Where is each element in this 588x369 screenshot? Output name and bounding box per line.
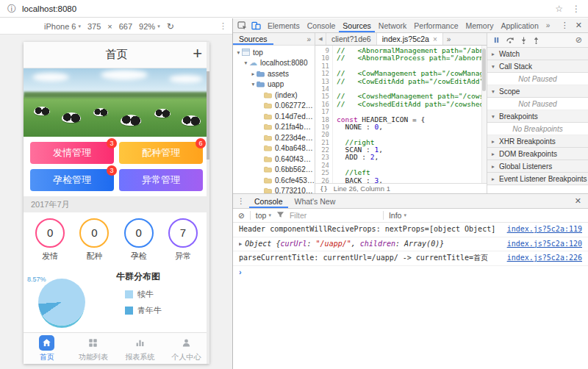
line-number[interactable]: 14 — [315, 85, 329, 93]
device-height-field[interactable]: 667 — [119, 22, 132, 31]
tree-item-index[interactable]: (index) — [233, 90, 315, 101]
device-toolbar-toggle-icon[interactable] — [250, 21, 262, 30]
app-button-异常管理[interactable]: 异常管理 — [119, 169, 203, 191]
line-number[interactable]: 19 — [315, 123, 329, 131]
tab-whats-new[interactable]: What's New — [290, 194, 341, 208]
devtools-close-icon[interactable]: ✕ — [576, 21, 582, 30]
section-dom-breakpoints[interactable]: ▸DOM Breakpoints — [487, 148, 588, 160]
tree-item-top[interactable]: ▾top — [233, 47, 315, 58]
source-link[interactable]: index.js?5c2a:226 — [507, 254, 582, 263]
context-select[interactable]: top ▾ — [256, 211, 271, 220]
line-number[interactable]: 18 — [315, 116, 329, 123]
tree-item-assets[interactable]: ▸assets — [233, 68, 315, 79]
navigator-tab-sources[interactable]: Sources — [233, 33, 273, 45]
console-filter-input[interactable] — [290, 211, 378, 220]
app-button-孕检管理[interactable]: 孕检管理3 — [30, 169, 114, 191]
editor-tab-indexjs[interactable]: index.js?5c2a × — [377, 33, 443, 45]
app-tab-个人中心[interactable]: 个人中心 — [163, 333, 209, 364]
device-select[interactable]: iPhone 6 ▾ — [44, 22, 81, 31]
drawer-menu-icon[interactable]: ⋮ — [237, 197, 248, 205]
tree-item-0-6cfe4534249fbb[interactable]: 0.6cfe4534249fbb — [233, 175, 315, 186]
line-number[interactable]: 13 — [315, 78, 329, 85]
source-link[interactable]: index.js?5c2a:120 — [507, 240, 582, 249]
tree-item-0-21fa4b29784c02[interactable]: 0.21fa4b29784c02 — [233, 122, 315, 133]
line-number[interactable]: 21 — [315, 139, 329, 146]
deactivate-breakpoints-icon[interactable]: ⊘ — [576, 36, 582, 44]
line-number[interactable]: 20 — [315, 131, 329, 138]
section-scope[interactable]: ▾Scope — [487, 85, 588, 98]
log-level-select[interactable]: Info ▾ — [389, 211, 406, 220]
devtools-tab-performance[interactable]: Performance — [410, 18, 462, 32]
line-number[interactable]: 24 — [315, 162, 329, 169]
expand-arrow-icon[interactable]: ▶ — [239, 240, 245, 249]
app-button-发情管理[interactable]: 发情管理3 — [30, 142, 114, 164]
tree-item-0-14d7ed23fae5d1[interactable]: 0.14d7ed23fae5d1 — [233, 111, 315, 122]
devtools-menu-icon[interactable]: ⋮ — [561, 21, 569, 30]
section-watch[interactable]: ▸Watch — [487, 48, 588, 60]
tab-scroll-left-icon[interactable]: ◀ — [315, 33, 326, 45]
line-number[interactable]: 16 — [315, 101, 329, 108]
section-call-stack[interactable]: ▾Call Stack — [487, 60, 588, 73]
line-number[interactable]: 10 — [315, 54, 329, 62]
step-over-icon[interactable] — [506, 37, 514, 43]
devtools-tab-memory[interactable]: Memory — [462, 18, 497, 32]
section-xhr-breakpoints[interactable]: ▸XHR Breakpoints — [487, 135, 588, 148]
line-number[interactable]: 25 — [315, 169, 329, 176]
tree-item-0-6bb56248a169e2[interactable]: 0.6bb56248a169e2 — [233, 165, 315, 176]
line-number[interactable]: 9 — [315, 47, 329, 54]
section-event-listener-breakpoints[interactable]: ▸Event Listener Breakpoints — [487, 173, 588, 185]
bookmark-star-icon[interactable]: ☆ — [555, 4, 563, 14]
browser-menu-icon[interactable]: ⋮ — [572, 4, 581, 14]
rotate-icon[interactable]: ↻ — [167, 22, 174, 31]
tree-item-0-4ba648b4898dc3[interactable]: 0.4ba648b4898dc3 — [233, 143, 315, 154]
inspect-icon[interactable] — [236, 21, 248, 30]
tree-item-0-062772fec6e59b[interactable]: 0.062772fec6e59b — [233, 101, 315, 112]
editor-tab-client[interactable]: client?1de6 — [326, 33, 377, 45]
line-number[interactable]: 26 — [315, 177, 329, 184]
devtools-tab-sources[interactable]: Sources — [339, 18, 375, 32]
app-tab-报表系统[interactable]: 报表系统 — [117, 333, 163, 364]
tab-console[interactable]: Console — [249, 194, 288, 208]
device-toolbar-menu-icon[interactable]: ⋮ — [219, 21, 227, 31]
app-button-配种管理[interactable]: 配种管理6 — [119, 142, 203, 164]
devtools-tab-application[interactable]: Application — [497, 18, 542, 32]
section-breakpoints[interactable]: ▾Breakpoints — [487, 110, 588, 123]
editor-scrollbar[interactable] — [481, 46, 487, 183]
app-tab-功能列表[interactable]: 功能列表 — [70, 333, 116, 364]
line-number[interactable]: 12 — [315, 70, 329, 77]
line-number[interactable]: 17 — [315, 108, 329, 115]
tree-item-uapp[interactable]: ▾uapp — [233, 79, 315, 90]
section-global-listeners[interactable]: ▸Global Listeners — [487, 160, 588, 173]
close-tab-icon[interactable]: × — [433, 35, 437, 43]
line-number[interactable]: 23 — [315, 154, 329, 161]
app-tab-首页[interactable]: 首页 — [24, 333, 70, 364]
console-prompt[interactable]: › — [233, 266, 588, 279]
source-link[interactable]: index.js?5c2a:119 — [507, 225, 582, 234]
zoom-select[interactable]: 92% ▾ — [139, 22, 160, 31]
page-scrollbar[interactable] — [207, 42, 209, 364]
tree-item-0-773210d12398e4[interactable]: 0.773210d12398e4 — [233, 186, 315, 194]
close-drawer-icon[interactable]: ✕ — [575, 196, 584, 206]
editor-tabs-overflow-icon[interactable]: » — [443, 33, 455, 45]
line-number[interactable]: 11 — [315, 62, 329, 70]
step-out-icon[interactable] — [533, 37, 539, 44]
device-width-field[interactable]: 375 — [87, 22, 101, 31]
tree-item-0-640f437575566e[interactable]: 0.640f437575566e — [233, 154, 315, 165]
site-info-icon[interactable]: ⓘ — [7, 4, 16, 13]
devtools-tab-console[interactable]: Console — [304, 18, 340, 32]
line-number[interactable]: 15 — [315, 93, 329, 100]
devtools-tab-elements[interactable]: Elements — [264, 18, 304, 32]
pause-icon[interactable] — [493, 37, 500, 43]
tabs-overflow-icon[interactable]: » — [544, 21, 553, 29]
line-number[interactable]: 22 — [315, 146, 329, 154]
step-into-icon[interactable] — [520, 37, 527, 44]
tree-item-0-223d4eaef1cfb4[interactable]: 0.223d4eaef1cfb4 — [233, 132, 315, 143]
address-bar[interactable]: localhost:8080 — [22, 4, 76, 13]
clear-console-icon[interactable]: ⊘ — [238, 211, 245, 220]
devtools-tab-network[interactable]: Network — [375, 18, 411, 32]
navigator-overflow-icon[interactable]: » — [306, 35, 315, 43]
line-number-gutter[interactable]: 91011121314151617181920212223242526 — [315, 46, 333, 183]
add-button[interactable]: + — [193, 44, 202, 63]
pretty-print-icon[interactable]: {} — [320, 185, 328, 193]
tree-item-localhost-8080[interactable]: ▾☁localhost:8080 — [233, 58, 315, 69]
